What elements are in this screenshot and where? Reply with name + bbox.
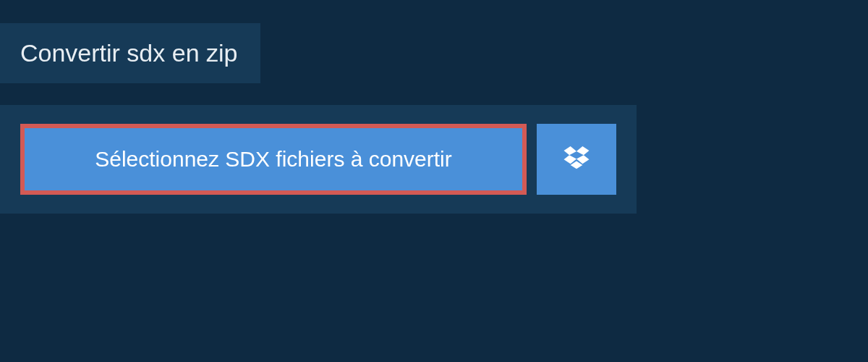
page-title-tab: Convertir sdx en zip — [0, 23, 260, 83]
dropbox-icon — [563, 144, 590, 174]
page-title: Convertir sdx en zip — [20, 39, 237, 67]
select-files-label: Sélectionnez SDX fichiers à convertir — [95, 147, 452, 172]
dropbox-button[interactable] — [537, 124, 616, 195]
upload-panel: Sélectionnez SDX fichiers à convertir — [0, 105, 637, 214]
select-files-button[interactable]: Sélectionnez SDX fichiers à convertir — [20, 124, 527, 195]
